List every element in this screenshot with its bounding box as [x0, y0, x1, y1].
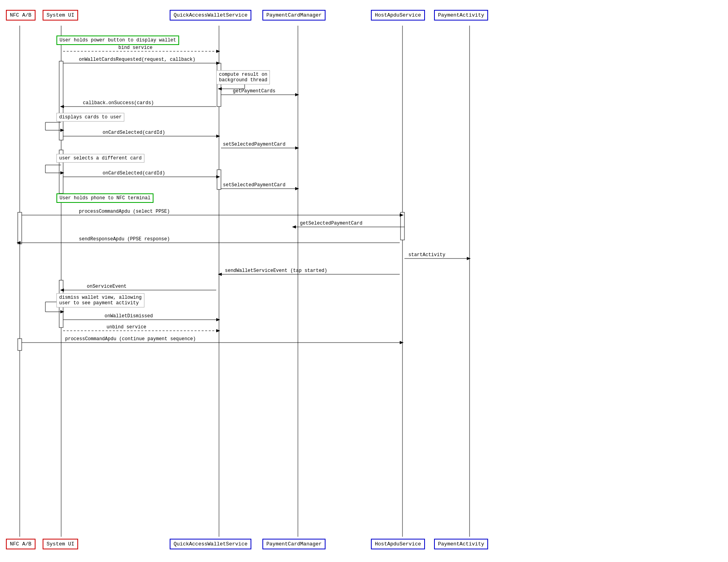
svg-marker-21: [218, 87, 222, 90]
actor-pcm-bottom: PaymentCardManager: [262, 539, 326, 549]
svg-text:getPaymentCards: getPaymentCards: [233, 88, 275, 94]
svg-text:getSelectedPaymentCard: getSelectedPaymentCard: [300, 221, 362, 226]
svg-text:sendResponseApdu (PPSE respons: sendResponseApdu (PPSE response): [79, 236, 170, 242]
svg-marker-53: [292, 225, 296, 229]
svg-text:setSelectedPaymentCard: setSelectedPaymentCard: [223, 142, 285, 147]
svg-text:sendWalletServiceEvent (tap st: sendWalletServiceEvent (tap started): [225, 268, 327, 274]
actor-nfc-bottom: NFC A/B: [6, 539, 36, 549]
actor-sysui-top: System UI: [43, 10, 78, 21]
svg-rect-9: [217, 63, 221, 107]
svg-text:unbind service: unbind service: [107, 324, 146, 330]
svg-rect-11: [400, 212, 404, 240]
svg-marker-16: [216, 62, 220, 65]
svg-marker-23: [295, 93, 299, 96]
svg-marker-75: [216, 329, 220, 332]
svg-marker-41: [60, 171, 64, 174]
actor-has-top: HostApduService: [371, 10, 425, 21]
sequence-diagram-svg: bind service onWalletCardsRequested(requ…: [0, 0, 728, 562]
svg-marker-62: [218, 273, 222, 276]
svg-text:onServiceEvent: onServiceEvent: [87, 284, 127, 289]
svg-marker-36: [295, 146, 299, 150]
svg-marker-79: [400, 341, 404, 344]
svg-rect-48: [18, 212, 22, 244]
note-dismiss-wallet: dismiss wallet view, allowinguser to see…: [56, 293, 144, 307]
svg-text:callback.onSuccess(cards): callback.onSuccess(cards): [83, 100, 154, 106]
svg-marker-50: [400, 214, 404, 217]
svg-rect-77: [18, 339, 22, 350]
svg-marker-31: [60, 129, 64, 132]
svg-text:onCardSelected(cardId): onCardSelected(cardId): [103, 170, 165, 176]
actor-has-bottom: HostApduService: [371, 539, 425, 549]
svg-text:processCommandApdu (select PPS: processCommandApdu (select PPSE): [79, 209, 170, 214]
actor-nfc-top: NFC A/B: [6, 10, 36, 21]
note-compute-result: compute result onbackground thread: [216, 70, 270, 84]
svg-marker-59: [467, 257, 471, 260]
svg-text:processCommandApdu (continue p: processCommandApdu (continue payment seq…: [65, 336, 196, 342]
actor-pcm-top: PaymentCardManager: [262, 10, 326, 21]
actor-qaws-bottom: QuickAccessWalletService: [170, 539, 251, 549]
svg-marker-70: [60, 310, 64, 313]
note-power-button: User holds power button to display walle…: [56, 36, 179, 45]
actor-sysui-bottom: System UI: [43, 539, 78, 549]
note-user-selects: user selects a different card: [56, 154, 144, 163]
svg-rect-10: [217, 170, 221, 189]
actor-pa-top: PaymentActivity: [434, 10, 488, 21]
svg-rect-6: [59, 61, 63, 140]
svg-marker-65: [60, 288, 64, 292]
svg-text:onWalletCardsRequested(request: onWalletCardsRequested(request, callback…: [79, 57, 195, 62]
svg-text:startActivity: startActivity: [408, 252, 445, 258]
note-nfc-terminal: User holds phone to NFC terminal: [56, 193, 153, 203]
actor-qaws-top: QuickAccessWalletService: [170, 10, 251, 21]
svg-marker-33: [216, 135, 220, 138]
actor-pa-bottom: PaymentActivity: [434, 539, 488, 549]
svg-marker-72: [216, 318, 220, 321]
svg-marker-56: [17, 241, 21, 244]
svg-text:setSelectedPaymentCard: setSelectedPaymentCard: [223, 182, 285, 188]
diagram-container: bind service onWalletCardsRequested(requ…: [0, 0, 728, 562]
svg-marker-46: [295, 187, 299, 190]
svg-marker-13: [216, 50, 220, 53]
svg-marker-26: [60, 105, 64, 108]
svg-marker-43: [216, 175, 220, 178]
svg-text:onCardSelected(cardId): onCardSelected(cardId): [103, 130, 165, 135]
note-displays-cards: displays cards to user: [56, 113, 124, 122]
svg-text:bind service: bind service: [118, 45, 152, 51]
svg-text:onWalletDismissed: onWalletDismissed: [105, 313, 153, 319]
